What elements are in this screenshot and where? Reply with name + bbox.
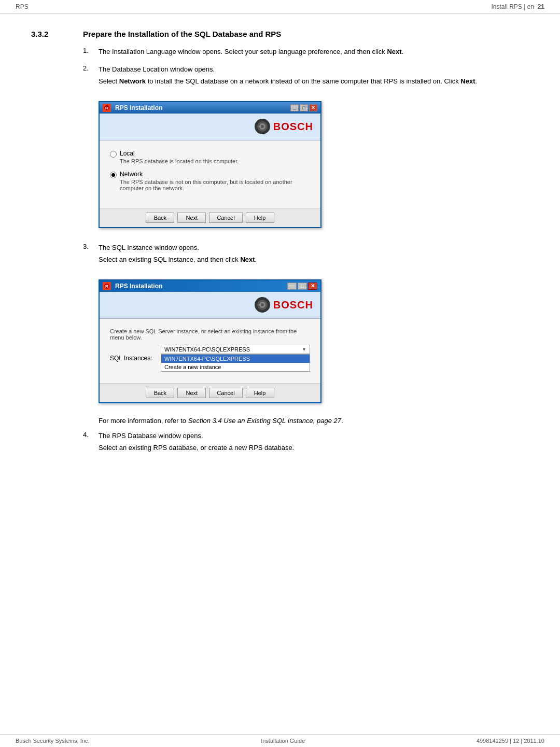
bosch-logo-2: BOSCH	[255, 297, 313, 313]
dialog1-footer: Back Next Cancel Help	[100, 208, 320, 227]
step-content-3: The SQL Instance window opens. Select an…	[99, 243, 529, 267]
radio-local-desc: The RPS database is located on this comp…	[120, 158, 310, 164]
radio-local[interactable]: Local The RPS database is located on thi…	[110, 150, 310, 164]
radio-network[interactable]: Network The RPS database is not on this …	[110, 171, 310, 191]
step-content-1: The Installation Language window opens. …	[99, 47, 529, 59]
note-suffix: .	[341, 417, 343, 425]
svg-text:R: R	[105, 106, 108, 110]
note: For more information, refer to Section 3…	[99, 417, 529, 425]
sql-dropdown-wrapper[interactable]: WIN7ENTX64-PC\SQLEXPRESS ▼ WIN7ENTX64-PC…	[161, 345, 310, 372]
radio-network-label: Network	[120, 171, 310, 178]
dialog2-title-text: RPS Installation	[115, 283, 162, 290]
list-item-4: 4. The RPS Database window opens. Select…	[83, 431, 529, 455]
sql-label: SQL Instances:	[110, 355, 157, 362]
dialog2-close-btn[interactable]: ✕	[308, 283, 317, 290]
bosch-text-1: BOSCH	[273, 121, 313, 133]
main-content: 3.3.2 Prepare the Installation of the SQ…	[0, 14, 560, 483]
dialog2-footer: Back Next Cancel Help	[100, 383, 320, 402]
dialog2-titlebar: R RPS Installation — □ ✕	[100, 280, 320, 292]
dialog1-next-btn[interactable]: Next	[177, 213, 206, 223]
dialog2-header: BOSCH	[100, 292, 320, 319]
page-number: 21	[538, 3, 544, 10]
dialog1-close-btn[interactable]: ✕	[309, 104, 317, 111]
dialog2-minimize-btn[interactable]: —	[287, 283, 297, 290]
dialog1-controls[interactable]: _ □ ✕	[290, 104, 317, 111]
dialog2-controls[interactable]: — □ ✕	[287, 283, 317, 290]
section-heading: 3.3.2 Prepare the Installation of the SQ…	[31, 30, 529, 38]
network-bold: Network	[119, 77, 146, 85]
step-content-2: The Database Location window opens. Sele…	[99, 64, 529, 89]
page-footer: Bosch Security Systems, Inc. Installatio…	[0, 734, 560, 747]
header-right: Install RPS | en 21	[491, 3, 544, 10]
bosch-logo-1: BOSCH	[255, 119, 313, 134]
sql-dropdown[interactable]: WIN7ENTX64-PC\SQLEXPRESS ▼	[161, 345, 310, 354]
dialog2-restore-btn[interactable]: □	[298, 283, 307, 290]
sql-dropdown-open[interactable]: WIN7ENTX64-PC\SQLEXPRESS Create a new in…	[161, 354, 310, 372]
list-item-2: 2. The Database Location window opens. S…	[83, 64, 529, 89]
note-italic: Section 3.4 Use an Existing SQL Instance…	[188, 417, 341, 425]
footer-center: Installation Guide	[261, 738, 305, 744]
bosch-text-2: BOSCH	[273, 299, 313, 311]
dialog1: R RPS Installation _ □ ✕	[99, 101, 321, 228]
bosch-circle-2	[255, 297, 270, 313]
dialog2-next-btn[interactable]: Next	[177, 388, 206, 398]
numbered-list: 1. The Installation Language window open…	[83, 47, 529, 455]
section-number: 3.3.2	[31, 30, 62, 38]
radio-local-label: Local	[120, 150, 310, 157]
dialog1-radio-group: Local The RPS database is located on thi…	[110, 150, 310, 191]
dialog2-cancel-btn[interactable]: Cancel	[209, 388, 242, 398]
dialog1-title-icon: R	[103, 104, 111, 112]
svg-point-9	[261, 303, 264, 306]
page-header: RPS Install RPS | en 21	[0, 0, 560, 14]
dialog1-restore-btn[interactable]: □	[300, 104, 308, 111]
svg-point-4	[261, 125, 264, 128]
dialog1-header: BOSCH	[100, 114, 320, 140]
section-title: Prepare the Installation of the SQL Data…	[83, 30, 281, 38]
dialog1-back-btn[interactable]: Back	[146, 213, 174, 223]
dialog2-wrapper: R RPS Installation — □ ✕	[99, 279, 321, 403]
next-bold-2: Next	[460, 77, 475, 85]
dialog2-title-icon: R	[103, 282, 111, 290]
footer-right: 4998141259 | 12 | 2011.10	[477, 738, 544, 744]
dialog2-help-btn[interactable]: Help	[246, 388, 274, 398]
note-prefix: For more information, refer to	[99, 417, 188, 425]
svg-text:R: R	[105, 284, 108, 289]
dialog1-minimize-btn[interactable]: _	[290, 104, 299, 111]
step-content-4: The RPS Database window opens. Select an…	[99, 431, 529, 455]
step-num-2: 2.	[83, 64, 92, 89]
sql-dropdown-value: WIN7ENTX64-PC\SQLEXPRESS	[164, 346, 250, 353]
footer-left: Bosch Security Systems, Inc.	[16, 738, 89, 744]
header-left: RPS	[16, 3, 29, 10]
dialog1-body: Local The RPS database is located on thi…	[100, 140, 320, 208]
bosch-circle-1	[255, 119, 270, 134]
step-num-1: 1.	[83, 47, 92, 59]
radio-local-labels: Local The RPS database is located on thi…	[120, 150, 310, 164]
dialog1-title-text: RPS Installation	[115, 104, 162, 111]
dialog2-body: Create a new SQL Server instance, or sel…	[100, 319, 320, 383]
dialog1-wrapper: R RPS Installation _ □ ✕	[99, 101, 321, 228]
radio-local-circle[interactable]	[110, 151, 117, 158]
dialog2-back-btn[interactable]: Back	[146, 388, 174, 398]
step-num-4: 4.	[83, 431, 92, 455]
dialog2: R RPS Installation — □ ✕	[99, 279, 321, 403]
radio-network-labels: Network The RPS database is not on this …	[120, 171, 310, 191]
next-bold-3: Next	[240, 256, 255, 263]
next-bold-1: Next	[387, 48, 401, 55]
sql-row: SQL Instances: WIN7ENTX64-PC\SQLEXPRESS …	[110, 345, 310, 372]
radio-network-desc: The RPS database is not on this computer…	[120, 179, 310, 191]
dialog1-titlebar: R RPS Installation _ □ ✕	[100, 102, 320, 114]
sql-option-2[interactable]: Create a new instance	[161, 363, 310, 371]
sql-option-1[interactable]: WIN7ENTX64-PC\SQLEXPRESS	[161, 355, 310, 363]
dialog1-cancel-btn[interactable]: Cancel	[209, 213, 242, 223]
step-num-3: 3.	[83, 243, 92, 267]
list-item-3: 3. The SQL Instance window opens. Select…	[83, 243, 529, 267]
radio-network-circle[interactable]	[110, 172, 117, 178]
dropdown-arrow-icon: ▼	[302, 347, 306, 352]
dialog1-help-btn[interactable]: Help	[246, 213, 274, 223]
list-item-1: 1. The Installation Language window open…	[83, 47, 529, 59]
sql-desc: Create a new SQL Server instance, or sel…	[110, 328, 310, 341]
